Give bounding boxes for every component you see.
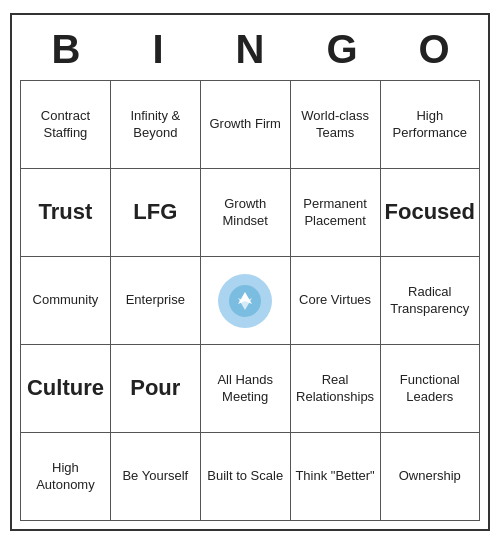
- bingo-cell-r2-c0[interactable]: Community: [21, 257, 111, 345]
- bingo-grid: Contract StaffingInfinity & BeyondGrowth…: [20, 80, 480, 521]
- cell-text: Be Yourself: [122, 468, 188, 485]
- cell-text: Core Virtues: [299, 292, 371, 309]
- bingo-cell-r0-c1[interactable]: Infinity & Beyond: [111, 81, 201, 169]
- bingo-cell-r0-c2[interactable]: Growth Firm: [201, 81, 291, 169]
- bingo-letter-g: G: [298, 27, 386, 72]
- bingo-cell-r1-c4[interactable]: Focused: [381, 169, 480, 257]
- cell-text: All Hands Meeting: [205, 372, 286, 406]
- free-space-icon: [218, 274, 272, 328]
- bingo-cell-r1-c3[interactable]: Permanent Placement: [291, 169, 381, 257]
- cell-text: Community: [33, 292, 99, 309]
- bingo-letter-o: O: [390, 27, 478, 72]
- bingo-cell-r3-c2[interactable]: All Hands Meeting: [201, 345, 291, 433]
- cell-text: Ownership: [399, 468, 461, 485]
- bingo-letter-i: I: [114, 27, 202, 72]
- cell-text: Trust: [39, 198, 93, 227]
- bingo-cell-r4-c0[interactable]: High Autonomy: [21, 433, 111, 521]
- cell-text: High Autonomy: [25, 460, 106, 494]
- cell-text: Growth Firm: [209, 116, 281, 133]
- cell-text: Functional Leaders: [385, 372, 475, 406]
- bingo-cell-r3-c1[interactable]: Pour: [111, 345, 201, 433]
- bingo-cell-r3-c3[interactable]: Real Relationships: [291, 345, 381, 433]
- bingo-cell-r2-c1[interactable]: Enterprise: [111, 257, 201, 345]
- bingo-cell-r4-c3[interactable]: Think "Better": [291, 433, 381, 521]
- bingo-cell-r0-c4[interactable]: High Performance: [381, 81, 480, 169]
- bingo-cell-r1-c1[interactable]: LFG: [111, 169, 201, 257]
- bingo-cell-r4-c1[interactable]: Be Yourself: [111, 433, 201, 521]
- cell-text: Focused: [385, 198, 475, 227]
- bingo-header: BINGO: [20, 23, 480, 80]
- cell-text: Growth Mindset: [205, 196, 286, 230]
- cell-text: LFG: [133, 198, 177, 227]
- cell-text: Infinity & Beyond: [115, 108, 196, 142]
- cell-text: Culture: [27, 374, 104, 403]
- cell-text: Pour: [130, 374, 180, 403]
- free-space-svg: [228, 284, 262, 318]
- bingo-cell-r0-c0[interactable]: Contract Staffing: [21, 81, 111, 169]
- bingo-cell-r1-c0[interactable]: Trust: [21, 169, 111, 257]
- bingo-cell-r4-c4[interactable]: Ownership: [381, 433, 480, 521]
- bingo-cell-r3-c0[interactable]: Culture: [21, 345, 111, 433]
- bingo-cell-r3-c4[interactable]: Functional Leaders: [381, 345, 480, 433]
- cell-text: Think "Better": [295, 468, 374, 485]
- cell-text: World-class Teams: [295, 108, 376, 142]
- bingo-cell-r2-c3[interactable]: Core Virtues: [291, 257, 381, 345]
- bingo-cell-r2-c4[interactable]: Radical Transparency: [381, 257, 480, 345]
- cell-text: Built to Scale: [207, 468, 283, 485]
- cell-text: High Performance: [385, 108, 475, 142]
- cell-text: Permanent Placement: [295, 196, 376, 230]
- bingo-letter-n: N: [206, 27, 294, 72]
- bingo-letter-b: B: [22, 27, 110, 72]
- cell-text: Enterprise: [126, 292, 185, 309]
- cell-text: Contract Staffing: [25, 108, 106, 142]
- bingo-cell-r1-c2[interactable]: Growth Mindset: [201, 169, 291, 257]
- bingo-cell-r2-c2[interactable]: [201, 257, 291, 345]
- bingo-card: BINGO Contract StaffingInfinity & Beyond…: [10, 13, 490, 531]
- cell-text: Real Relationships: [295, 372, 376, 406]
- cell-text: Radical Transparency: [385, 284, 475, 318]
- bingo-cell-r4-c2[interactable]: Built to Scale: [201, 433, 291, 521]
- bingo-cell-r0-c3[interactable]: World-class Teams: [291, 81, 381, 169]
